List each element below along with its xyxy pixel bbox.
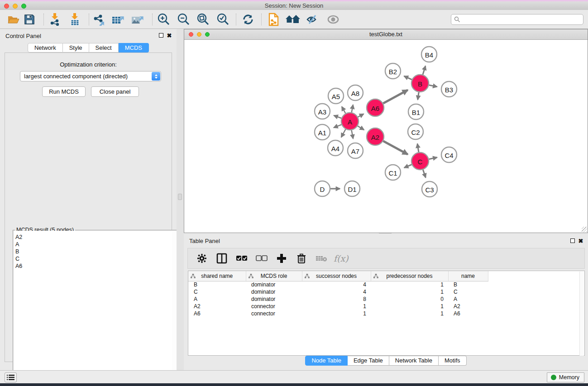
result-item[interactable]: A2 — [15, 234, 172, 241]
node-C[interactable]: C — [411, 152, 429, 170]
result-item[interactable]: A — [15, 241, 172, 248]
network-minimize-button[interactable] — [197, 32, 201, 37]
edge-A-A1[interactable] — [334, 124, 341, 128]
tab-motifs[interactable]: Motifs — [439, 356, 467, 366]
node-D[interactable]: D — [315, 181, 330, 196]
edge-C-C2[interactable] — [417, 144, 419, 152]
minimize-window-button[interactable] — [13, 4, 18, 9]
zoom-in-button[interactable] — [156, 13, 171, 26]
tab-edge-table[interactable]: Edge Table — [348, 356, 389, 366]
network-graph-canvas[interactable]: B4B2BB3A5A8A6A3AB1A1C2A2A4A7C4CC1C3DD1 — [184, 40, 588, 233]
table-cell[interactable]: dominator — [246, 281, 302, 288]
run-mcds-button[interactable]: Run MCDS — [42, 86, 86, 97]
edge-C-C4[interactable] — [429, 157, 437, 159]
export-image-button[interactable] — [130, 13, 145, 26]
edge-A-A8[interactable] — [352, 105, 353, 113]
splitter-handle[interactable] — [178, 194, 182, 200]
export-table-button[interactable] — [110, 13, 126, 26]
edge-A-A7[interactable] — [352, 130, 353, 139]
close-panel-action-button[interactable]: Close panel — [91, 86, 139, 97]
result-item[interactable]: B — [15, 248, 172, 255]
float-panel-button[interactable] — [158, 32, 165, 39]
table-settings-button[interactable] — [196, 253, 208, 264]
table-cell[interactable]: dominator — [246, 288, 302, 295]
import-network-button[interactable] — [47, 13, 62, 26]
column-header-successor-nodes[interactable]: successor nodes — [302, 271, 371, 281]
table-row[interactable]: Adominator80A — [188, 295, 488, 303]
node-B1[interactable]: B1 — [408, 104, 424, 119]
node-B3[interactable]: B3 — [441, 81, 457, 97]
table-cell[interactable]: A6 — [188, 310, 246, 317]
criterion-dropdown[interactable]: largest connected component (directed) — [20, 71, 161, 81]
edge-B-B2[interactable] — [404, 76, 412, 80]
resize-grip-icon[interactable] — [582, 227, 587, 232]
delete-table-button[interactable] — [316, 253, 327, 264]
node-C1[interactable]: C1 — [385, 165, 401, 180]
export-network-button[interactable] — [91, 13, 107, 26]
table-cell[interactable]: B — [188, 281, 246, 288]
table-row[interactable]: Bdominator41B — [188, 281, 488, 288]
node-A6[interactable]: A6 — [367, 99, 384, 116]
tab-select[interactable]: Select — [89, 43, 119, 52]
table-cell[interactable]: connector — [246, 310, 302, 317]
table-cell[interactable]: B — [448, 281, 488, 288]
node-C4[interactable]: C4 — [441, 147, 457, 162]
result-item[interactable]: A6 — [15, 262, 172, 270]
node-D1[interactable]: D1 — [344, 181, 360, 196]
table-cell[interactable]: 4 — [302, 281, 371, 288]
tab-network[interactable]: Network — [28, 43, 63, 52]
table-cell[interactable]: A2 — [448, 303, 488, 310]
table-close-button[interactable]: ✖ — [577, 237, 584, 244]
edge-A-A3[interactable] — [334, 115, 341, 118]
node-B4[interactable]: B4 — [421, 47, 437, 62]
table-row[interactable]: A6connector11A6 — [188, 310, 488, 317]
column-header-name[interactable]: name — [448, 271, 488, 281]
node-C3[interactable]: C3 — [422, 181, 437, 197]
edge-B-B3[interactable] — [429, 85, 437, 87]
table-scrollbar[interactable] — [579, 272, 584, 356]
table-cell[interactable]: C — [188, 288, 246, 295]
result-item[interactable]: C — [15, 255, 172, 262]
function-builder-button[interactable]: f(x) — [334, 253, 349, 263]
table-cell[interactable]: C — [448, 288, 488, 295]
zoom-window-button[interactable] — [21, 4, 26, 9]
edge-A6-B[interactable] — [383, 90, 408, 104]
tab-network-table[interactable]: Network Table — [389, 356, 439, 366]
table-cell[interactable]: 0 — [371, 295, 448, 303]
table-cell[interactable]: 4 — [302, 288, 371, 295]
vertical-splitter[interactable] — [177, 29, 184, 370]
hide-graphics-details-button[interactable] — [305, 13, 320, 26]
save-session-button[interactable] — [22, 13, 37, 26]
table-cell[interactable]: dominator — [246, 295, 302, 303]
table-cell[interactable]: 1 — [302, 310, 371, 317]
node-C2[interactable]: C2 — [408, 124, 423, 139]
table-cell[interactable]: 1 — [302, 303, 371, 310]
close-panel-button[interactable]: ✖ — [166, 32, 173, 39]
table-cell[interactable]: connector — [246, 303, 302, 310]
edge-C-C1[interactable] — [404, 165, 412, 168]
table-cell[interactable]: 1 — [371, 310, 448, 317]
node-A5[interactable]: A5 — [328, 88, 344, 104]
table-cell[interactable]: 1 — [371, 281, 448, 288]
attribute-table[interactable]: shared nameMCDS rolesuccessor nodesprede… — [188, 271, 488, 317]
node-A7[interactable]: A7 — [348, 143, 363, 158]
table-row[interactable]: Cdominator41C — [188, 288, 488, 295]
delete-column-button[interactable] — [296, 253, 307, 264]
column-header-shared-name[interactable]: shared name — [188, 271, 246, 281]
table-cell[interactable]: A2 — [188, 303, 246, 310]
import-table-button[interactable] — [67, 13, 82, 26]
table-cell[interactable]: 1 — [371, 288, 448, 295]
tab-style[interactable]: Style — [63, 43, 89, 52]
edge-B-B4[interactable] — [423, 66, 425, 75]
memory-button[interactable]: Memory — [547, 372, 584, 382]
tab-mcds[interactable]: MCDS — [119, 43, 149, 52]
table-cell[interactable]: A — [188, 295, 246, 303]
table-cell[interactable]: 1 — [371, 303, 448, 310]
edge-A-A5[interactable] — [342, 107, 345, 114]
select-all-button[interactable] — [236, 253, 248, 264]
network-close-button[interactable] — [189, 32, 193, 37]
refresh-button[interactable] — [240, 13, 256, 26]
network-zoom-button[interactable] — [205, 32, 210, 37]
edge-A-A2[interactable] — [358, 126, 364, 130]
table-cell[interactable]: A6 — [448, 310, 488, 317]
